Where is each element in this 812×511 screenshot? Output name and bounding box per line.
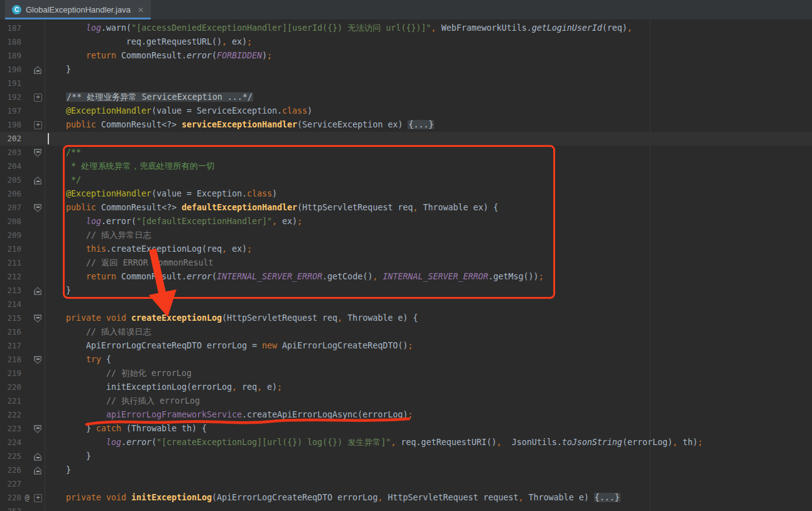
code-text: private void initExceptionLog(ApiErrorLo… [43, 491, 620, 505]
line-number[interactable]: 225 [0, 449, 21, 463]
line-number[interactable]: 226 [0, 463, 21, 477]
line-number[interactable]: 207 [0, 201, 21, 215]
tab-close-icon[interactable]: ✕ [138, 6, 144, 14]
code-line-191[interactable]: 191 [0, 77, 812, 90]
code-line-211[interactable]: 211 // 返回 ERROR CommonResult [0, 256, 812, 270]
line-number[interactable]: 188 [0, 35, 21, 49]
line-number[interactable]: 214 [0, 298, 21, 311]
folded-region-chip[interactable]: {...} [594, 493, 620, 502]
code-line-192[interactable]: 192+ /** 处理业务异常 ServiceException ...*/ [0, 90, 812, 104]
code-line-218[interactable]: 218 try { [0, 353, 812, 367]
code-line-214[interactable]: 214 [0, 298, 812, 311]
line-number[interactable]: 222 [0, 408, 21, 422]
line-number[interactable]: 219 [0, 367, 21, 380]
code-editor[interactable]: 187 log.warn("[accessDeniedExceptionHand… [0, 20, 812, 511]
code-line-204[interactable]: 204 * 处理系统异常，兜底处理所有的一切 [0, 159, 812, 173]
ide-window: C GlobalExceptionHandler.java ✕ 187 log.… [0, 0, 812, 511]
line-number[interactable]: 206 [0, 187, 21, 201]
code-line-225[interactable]: 225 } [0, 449, 812, 463]
folded-region-chip[interactable]: /** 处理业务异常 ServiceException ...*/ [66, 92, 253, 102]
code-text: // 插入异常日志 [43, 229, 151, 242]
fold-up-icon[interactable] [33, 463, 43, 477]
fold-down-icon[interactable] [33, 422, 43, 436]
fold-cell-empty [33, 477, 43, 491]
line-number[interactable]: 190 [0, 63, 21, 77]
line-number[interactable]: 197 [0, 104, 21, 118]
line-number[interactable]: 208 [0, 215, 21, 229]
code-line-224[interactable]: 224 log.error("[createExceptionLog][url(… [0, 436, 812, 449]
fold-up-icon[interactable] [33, 284, 43, 298]
annotation-gutter-icon[interactable]: @ [21, 491, 33, 505]
fold-plus-icon[interactable]: + [33, 118, 43, 132]
line-number[interactable]: 209 [0, 229, 21, 242]
line-number[interactable]: 192 [0, 90, 21, 104]
line-number[interactable]: 210 [0, 242, 21, 256]
line-number[interactable]: 202 [0, 132, 21, 146]
folded-region-chip[interactable]: {...} [408, 120, 434, 129]
code-line-209[interactable]: 209 // 插入异常日志 [0, 229, 812, 242]
code-line-227[interactable]: 227 [0, 477, 812, 491]
line-number[interactable]: 221 [0, 394, 21, 408]
code-line-216[interactable]: 216 // 插入错误日志 [0, 325, 812, 339]
code-line-228[interactable]: 228@+ private void initExceptionLog(ApiE… [0, 491, 812, 505]
fold-down-icon[interactable] [33, 353, 43, 367]
line-number[interactable]: 220 [0, 380, 21, 394]
line-number[interactable]: 211 [0, 256, 21, 270]
line-number[interactable]: 252 [0, 505, 21, 511]
code-line-187[interactable]: 187 log.warn("[accessDeniedExceptionHand… [0, 21, 812, 35]
code-line-190[interactable]: 190 } [0, 63, 812, 77]
line-number[interactable]: 218 [0, 353, 21, 367]
code-line-197[interactable]: 197 @ExceptionHandler(value = ServiceExc… [0, 104, 812, 118]
code-line-208[interactable]: 208 log.error("[defaultExceptionHandler]… [0, 215, 812, 229]
code-line-226[interactable]: 226 } [0, 463, 812, 477]
fold-plus-icon[interactable]: + [33, 491, 43, 505]
line-number[interactable]: 227 [0, 477, 21, 491]
line-number[interactable]: 191 [0, 77, 21, 90]
code-line-222[interactable]: 222 apiErrorLogFrameworkService.createAp… [0, 408, 812, 422]
line-number[interactable]: 203 [0, 146, 21, 159]
code-line-188[interactable]: 188 req.getRequestURL(), ex); [0, 35, 812, 49]
code-line-219[interactable]: 219 // 初始化 errorLog [0, 367, 812, 380]
code-line-220[interactable]: 220 initExceptionLog(errorLog, req, e); [0, 380, 812, 394]
code-line-198[interactable]: 198+ public CommonResult<?> serviceExcep… [0, 118, 812, 132]
code-text: // 插入错误日志 [43, 325, 151, 339]
code-line-217[interactable]: 217 ApiErrorLogCreateReqDTO errorLog = n… [0, 339, 812, 353]
line-number[interactable]: 224 [0, 436, 21, 449]
line-number[interactable]: 223 [0, 422, 21, 436]
code-line-213[interactable]: 213 } [0, 284, 812, 298]
line-number[interactable]: 215 [0, 311, 21, 325]
code-text: log.error("[defaultExceptionHandler]", e… [43, 215, 302, 229]
code-line-221[interactable]: 221 // 执行插入 errorLog [0, 394, 812, 408]
line-number[interactable]: 213 [0, 284, 21, 298]
code-line-252[interactable]: 252 [0, 505, 812, 511]
fold-up-icon[interactable] [33, 173, 43, 187]
line-number[interactable]: 228 [0, 491, 21, 505]
code-line-205[interactable]: 205 */ [0, 173, 812, 187]
code-line-202[interactable]: 202 [0, 132, 812, 146]
code-line-207[interactable]: 207 public CommonResult<?> defaultExcept… [0, 201, 812, 215]
code-line-210[interactable]: 210 this.createExceptionLog(req, ex); [0, 242, 812, 256]
fold-cell-empty [33, 325, 43, 339]
line-number[interactable]: 216 [0, 325, 21, 339]
code-line-223[interactable]: 223 } catch (Throwable th) { [0, 422, 812, 436]
fold-up-icon[interactable] [33, 449, 43, 463]
fold-plus-icon[interactable]: + [33, 90, 43, 104]
tab-globalexceptionhandler[interactable]: C GlobalExceptionHandler.java ✕ [5, 0, 151, 19]
fold-down-icon[interactable] [33, 201, 43, 215]
code-line-189[interactable]: 189 return CommonResult.error(FORBIDDEN)… [0, 49, 812, 63]
fold-down-icon[interactable] [33, 146, 43, 159]
code-line-212[interactable]: 212 return CommonResult.error(INTERNAL_S… [0, 270, 812, 284]
line-number[interactable]: 217 [0, 339, 21, 353]
line-number[interactable]: 212 [0, 270, 21, 284]
code-line-215[interactable]: 215 private void createExceptionLog(Http… [0, 311, 812, 325]
code-line-206[interactable]: 206 @ExceptionHandler(value = Exception.… [0, 187, 812, 201]
code-text: return CommonResult.error(INTERNAL_SERVE… [43, 270, 544, 284]
fold-down-icon[interactable] [33, 311, 43, 325]
line-number[interactable]: 187 [0, 21, 21, 35]
line-number[interactable]: 204 [0, 159, 21, 173]
line-number[interactable]: 198 [0, 118, 21, 132]
code-line-203[interactable]: 203 /** [0, 146, 812, 159]
fold-up-icon[interactable] [33, 63, 43, 77]
line-number[interactable]: 205 [0, 173, 21, 187]
line-number[interactable]: 189 [0, 49, 21, 63]
